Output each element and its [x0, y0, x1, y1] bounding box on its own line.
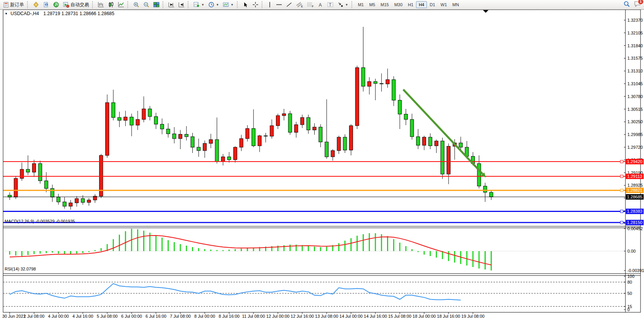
svg-text:1.29985: 1.29985: [627, 132, 643, 137]
timeframe-m5-button[interactable]: M5: [367, 1, 378, 8]
cursor-icon: [243, 2, 248, 8]
search-icon[interactable]: [623, 1, 630, 9]
macd-indicator-label: MACD(12,26,9) -0.003529 -0.001935: [5, 219, 75, 224]
timeframe-m30-button[interactable]: M30: [392, 1, 405, 8]
bar-chart-mode-button[interactable]: [96, 0, 106, 9]
new-order-label: 新订单: [10, 2, 24, 8]
toolbar-grip: [237, 1, 240, 8]
arrows-tool-button[interactable]: ▼: [336, 0, 350, 9]
price-level-badge: 1.28150: [626, 220, 644, 225]
svg-text:0.00: 0.00: [627, 249, 635, 253]
timeframe-mn-button[interactable]: MN: [450, 1, 462, 8]
svg-text:13 Jul 08:00: 13 Jul 08:00: [315, 314, 338, 319]
svg-text:18 Jul 16:00: 18 Jul 16:00: [437, 314, 460, 319]
periods-clock-icon: [208, 2, 214, 8]
chevron-down-icon: ▼: [201, 3, 204, 7]
signal-icon: [53, 2, 59, 8]
svg-text:1.31045: 1.31045: [627, 81, 643, 86]
toolbar-grip: [188, 1, 190, 8]
market-watch-button[interactable]: [31, 0, 41, 9]
svg-text:1.31840: 1.31840: [627, 43, 643, 48]
arrows-icon: [337, 2, 344, 8]
chevron-down-icon: ▼: [5, 12, 8, 15]
chevron-down-icon: ▼: [231, 3, 234, 7]
zoom-out-button[interactable]: [141, 0, 151, 9]
line-chart-mode-button[interactable]: [116, 0, 126, 9]
line-handle: [620, 210, 623, 213]
zoom-in-icon: [133, 2, 139, 8]
chart-symbol-timeframe: USDCAD-,H4: [10, 11, 39, 16]
svg-text:1.29113: 1.29113: [627, 174, 642, 179]
periods-button[interactable]: ▼: [206, 0, 221, 9]
timeframe-buttons: M1M5M15M30H1H4D1W1MN: [355, 1, 462, 8]
crosshair-tool-button[interactable]: [250, 0, 260, 9]
timeframe-m15-button[interactable]: M15: [378, 1, 391, 8]
svg-text:14 Jul 00:00: 14 Jul 00:00: [339, 314, 363, 319]
add-indicator-button[interactable]: ▼: [192, 0, 206, 9]
price-level-badge: 1.28383: [626, 208, 644, 214]
candlestick-mode-button[interactable]: [106, 0, 116, 9]
line-handle: [620, 160, 623, 163]
svg-text:5 Jul 08:00: 5 Jul 08:00: [97, 314, 118, 319]
notifications-button[interactable]: 1: [634, 1, 641, 9]
price-chart-canvas[interactable]: 1.323701.321051.318401.315751.313101.310…: [0, 10, 644, 322]
timeframe-d1-button[interactable]: D1: [427, 1, 438, 8]
svg-text:1.29720: 1.29720: [627, 145, 643, 150]
timeframe-m1-button[interactable]: M1: [355, 1, 367, 8]
auto-trading-button[interactable]: 自动交易: [61, 0, 91, 9]
svg-text:1.28685: 1.28685: [627, 195, 642, 199]
auto-scroll-button[interactable]: [166, 0, 176, 9]
vertical-line-tool-button[interactable]: [265, 0, 274, 9]
strategy-tester-button[interactable]: [51, 0, 61, 9]
chart-shift-button[interactable]: [176, 0, 187, 9]
fibonacci-tool-button[interactable]: F: [305, 0, 316, 9]
main-toolbar: 新订单 自动交易 ▼ ▼ ▼ E F A T ▼ M1M5M15M30H1H4D…: [0, 0, 644, 10]
cursor-tool-button[interactable]: [241, 0, 250, 9]
svg-text:T: T: [329, 3, 331, 7]
price-level-badge: 1.29420: [626, 159, 644, 164]
horizontal-line-tool-button[interactable]: [274, 0, 284, 9]
timeframe-h4-button[interactable]: H4: [416, 1, 427, 8]
channel-icon: E: [296, 2, 303, 8]
tile-windows-button[interactable]: [151, 0, 161, 9]
trendline-icon: [286, 2, 292, 8]
toolbar-grip: [92, 1, 95, 8]
toolbar-grip: [262, 1, 264, 8]
seal-icon: [33, 2, 39, 8]
chart-title-bar[interactable]: ▼ USDCAD-,H4 1.28719 1.28731 1.28666 1.2…: [5, 11, 114, 16]
svg-text:6 Jul 00:00: 6 Jul 00:00: [121, 314, 142, 319]
svg-text:A: A: [319, 2, 322, 8]
crosshair-icon: [252, 2, 259, 8]
channel-tool-button[interactable]: E: [294, 0, 305, 9]
tile-windows-icon: [153, 2, 159, 8]
text-tool-button[interactable]: A: [316, 0, 325, 9]
timeframe-w1-button[interactable]: W1: [438, 1, 450, 8]
auto-trading-label: 自动交易: [70, 2, 89, 8]
new-order-button[interactable]: 新订单: [1, 0, 26, 9]
svg-text:80: 80: [627, 280, 632, 284]
svg-text:0: 0: [627, 307, 630, 312]
trendline-tool-button[interactable]: [284, 0, 294, 9]
price-level-badge: 1.28821: [626, 188, 644, 193]
svg-text:0.00452: 0.00452: [627, 226, 643, 231]
chevron-down-icon: ▼: [345, 3, 348, 7]
zoom-in-button[interactable]: [131, 0, 141, 9]
text-label-icon: T: [327, 2, 334, 8]
profile-icon: [43, 2, 49, 8]
svg-text:18 Jul 00:00: 18 Jul 00:00: [413, 314, 436, 319]
vertical-line-icon: [267, 2, 272, 8]
data-window-button[interactable]: [41, 0, 51, 9]
svg-text:12 Jul 16:00: 12 Jul 16:00: [291, 314, 314, 319]
template-button[interactable]: ▼: [221, 0, 236, 9]
svg-text:1.30515: 1.30515: [627, 107, 643, 112]
toolbar-grip: [351, 1, 354, 8]
autotrade-icon: [63, 2, 69, 8]
svg-text:1.31575: 1.31575: [627, 56, 643, 60]
chart-shift-icon: [178, 2, 185, 8]
svg-text:1.28150: 1.28150: [627, 220, 642, 225]
svg-text:14 Jul 16:00: 14 Jul 16:00: [364, 314, 387, 319]
timeframe-h1-button[interactable]: H1: [405, 1, 416, 8]
text-icon: A: [318, 2, 323, 8]
svg-text:-0.003913: -0.003913: [627, 268, 644, 273]
text-label-tool-button[interactable]: T: [325, 0, 336, 9]
